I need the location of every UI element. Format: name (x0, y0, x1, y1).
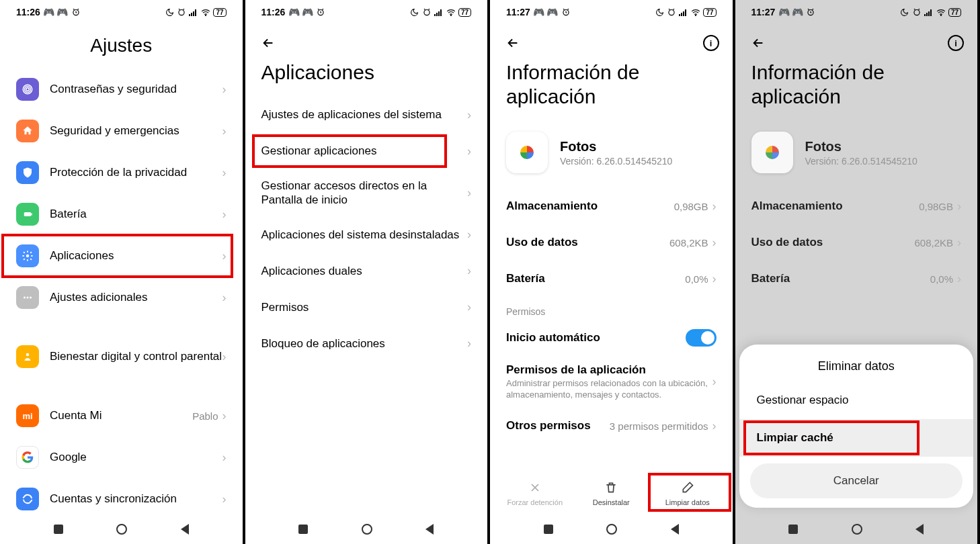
chevron-right-icon: › (467, 264, 471, 278)
chevron-right-icon: › (222, 124, 227, 138)
nav-recents-icon[interactable] (788, 525, 798, 534)
svg-point-25 (669, 10, 674, 15)
battery-icon: 77 (213, 8, 226, 17)
info-button[interactable]: i (948, 35, 964, 51)
row-system-app-settings[interactable]: Ajustes de aplicaciones del sistema › (245, 97, 488, 133)
row-additional-settings[interactable]: Ajustes adicionales › (0, 277, 243, 318)
option-clear-cache[interactable]: Limpiar caché (739, 419, 974, 457)
row-battery-usage[interactable]: Batería 0,0% › (490, 261, 733, 297)
svg-point-13 (24, 297, 26, 299)
nav-home-icon[interactable] (362, 524, 372, 535)
row-battery[interactable]: Batería › (0, 193, 243, 235)
row-label: Google (50, 450, 222, 464)
svg-rect-11 (31, 214, 32, 216)
mi-logo-icon: mi (16, 404, 39, 427)
info-button[interactable]: i (703, 35, 719, 51)
status-bar: 11:26 🎮 🎮 77 (0, 0, 243, 21)
row-label: Uso de datos (506, 235, 669, 249)
controller-icon: 🎮 (792, 7, 802, 17)
back-button[interactable] (259, 34, 278, 52)
action-label: Forzar detención (507, 498, 563, 506)
alarm-icon (71, 7, 81, 17)
row-value: 0,0% (930, 273, 953, 285)
home-icon (16, 120, 39, 142)
row-label: Ajustes adicionales (50, 290, 222, 304)
nav-home-icon[interactable] (116, 524, 127, 535)
sync-icon (16, 488, 39, 510)
row-manage-apps[interactable]: Gestionar aplicaciones › (245, 133, 488, 169)
row-mi-account[interactable]: mi Cuenta Mi Pablo › (0, 395, 243, 437)
controller-icon: 🎮 (779, 7, 788, 17)
row-applications[interactable]: Aplicaciones › (0, 235, 243, 277)
svg-rect-21 (438, 11, 440, 16)
screen-settings: 11:26 🎮 🎮 77 Ajustes (0, 0, 245, 544)
svg-rect-36 (930, 9, 932, 16)
back-button[interactable] (503, 34, 522, 52)
screen-app-info-dialog: 11:27 🎮 🎮 77 i Información de aplicación… (735, 0, 981, 544)
row-label: Gestionar aplicaciones (261, 144, 468, 158)
row-data-usage[interactable]: Uso de datos 608,2KB › (490, 224, 733, 261)
nav-home-icon[interactable] (852, 524, 862, 535)
action-label: Desinstalar (593, 498, 630, 506)
chevron-right-icon: › (712, 419, 717, 433)
alarm-icon (177, 7, 186, 17)
app-header: Fotos Versión: 6.26.0.514545210 (490, 121, 733, 188)
chevron-right-icon: › (712, 236, 717, 250)
uninstall-button[interactable]: Desinstalar (581, 480, 641, 506)
nav-home-icon[interactable] (606, 524, 617, 535)
battery-icon: 77 (703, 8, 716, 17)
back-button[interactable] (749, 34, 768, 52)
row-battery-usage: Batería 0,0% › (735, 261, 978, 297)
android-navbar (735, 514, 978, 544)
row-label: Gestionar accesos directos en la Pantall… (261, 179, 468, 208)
svg-point-23 (450, 15, 451, 15)
row-safety-emergency[interactable]: Seguridad y emergencias › (0, 110, 243, 152)
app-name: Fotos (805, 139, 917, 154)
page-title: Información de aplicación (490, 58, 733, 121)
nav-recents-icon[interactable] (54, 525, 63, 534)
page-title: Aplicaciones (245, 58, 488, 97)
google-photos-icon (506, 132, 548, 173)
row-sublabel: Administrar permisos relacionados con la… (506, 378, 712, 401)
row-other-permissions[interactable]: Otros permisos 3 permisos permitidos › (490, 408, 733, 444)
row-label: Inicio automático (506, 330, 686, 345)
chevron-right-icon: › (957, 272, 961, 286)
nav-back-icon[interactable] (671, 524, 679, 535)
force-stop-button[interactable]: Forzar detención (505, 480, 565, 506)
chevron-right-icon: › (222, 249, 227, 263)
row-dual-apps[interactable]: Aplicaciones duales › (245, 253, 488, 289)
close-icon (527, 480, 543, 496)
row-google[interactable]: Google › (0, 437, 243, 478)
svg-rect-35 (928, 11, 930, 16)
cancel-button[interactable]: Cancelar (750, 463, 963, 498)
nav-back-icon[interactable] (425, 524, 434, 535)
row-manage-shortcuts[interactable]: Gestionar accesos directos en la Pantall… (245, 169, 488, 217)
row-app-lock[interactable]: Bloqueo de aplicaciones › (245, 326, 488, 362)
alarm-icon (667, 7, 676, 17)
row-value: 0,0% (685, 273, 708, 285)
option-manage-space[interactable]: Gestionar espacio (739, 381, 974, 419)
row-accounts-sync[interactable]: Cuentas y sincronización › (0, 478, 243, 514)
row-passwords-security[interactable]: Contraseñas y seguridad › (0, 69, 243, 110)
nav-back-icon[interactable] (181, 524, 189, 535)
clear-data-button[interactable]: Limpiar datos (657, 480, 718, 506)
row-app-permissions[interactable]: Permisos de la aplicación Administrar pe… (490, 356, 733, 408)
row-value: 3 permisos permitidos (610, 420, 708, 432)
action-label: Limpiar datos (665, 498, 710, 506)
eraser-icon (680, 480, 696, 496)
signal-icon (434, 7, 444, 17)
alarm-icon (806, 7, 815, 17)
row-autostart[interactable]: Inicio automático (490, 320, 733, 356)
autostart-toggle[interactable] (686, 329, 717, 347)
row-label: Cuenta Mi (50, 408, 192, 422)
row-privacy[interactable]: Protección de la privacidad › (0, 152, 243, 193)
nav-recents-icon[interactable] (544, 525, 553, 534)
row-digital-wellbeing[interactable]: Bienestar digital y control parental › (0, 336, 243, 377)
dots-icon (16, 286, 39, 309)
row-permissions[interactable]: Permisos › (245, 289, 488, 326)
chevron-right-icon: › (467, 228, 471, 242)
row-storage[interactable]: Almacenamiento 0,98GB › (490, 188, 733, 224)
nav-back-icon[interactable] (915, 524, 924, 535)
nav-recents-icon[interactable] (298, 525, 308, 534)
row-uninstalled-system-apps[interactable]: Aplicaciones del sistema desinstaladas › (245, 217, 488, 253)
